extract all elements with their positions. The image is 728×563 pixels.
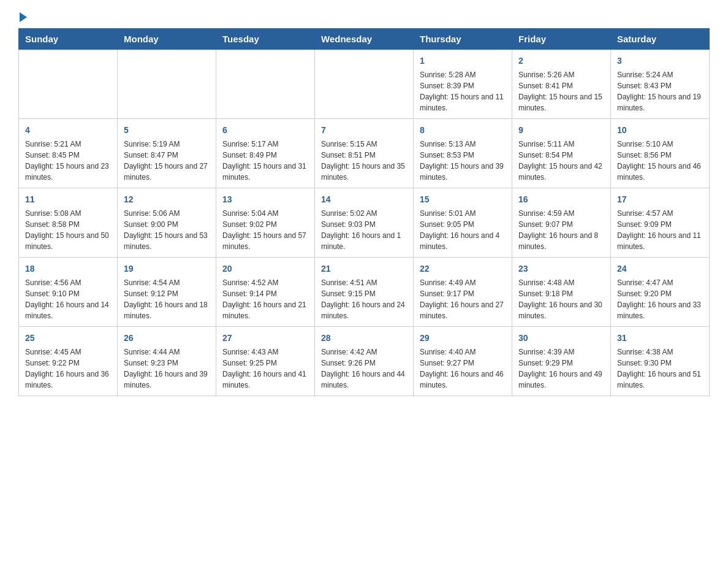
calendar-cell: 19Sunrise: 4:54 AM Sunset: 9:12 PM Dayli… <box>118 258 216 327</box>
day-info: Sunrise: 5:13 AM Sunset: 8:53 PM Dayligh… <box>420 139 506 183</box>
day-info: Sunrise: 5:15 AM Sunset: 8:51 PM Dayligh… <box>321 139 407 183</box>
calendar-cell: 2Sunrise: 5:26 AM Sunset: 8:41 PM Daylig… <box>512 50 611 119</box>
calendar-cell: 1Sunrise: 5:28 AM Sunset: 8:39 PM Daylig… <box>414 50 512 119</box>
day-number: 29 <box>420 332 506 345</box>
day-info: Sunrise: 4:54 AM Sunset: 9:12 PM Dayligh… <box>124 277 210 321</box>
day-info: Sunrise: 5:21 AM Sunset: 8:45 PM Dayligh… <box>25 139 111 183</box>
logo-triangle-icon <box>20 12 27 22</box>
day-number: 9 <box>518 124 604 137</box>
calendar-cell: 15Sunrise: 5:01 AM Sunset: 9:05 PM Dayli… <box>414 188 512 258</box>
day-info: Sunrise: 4:59 AM Sunset: 9:07 PM Dayligh… <box>518 208 604 252</box>
day-number: 21 <box>321 262 407 275</box>
day-info: Sunrise: 5:19 AM Sunset: 8:47 PM Dayligh… <box>124 139 210 183</box>
weekday-header-friday: Friday <box>512 29 611 50</box>
calendar-cell: 29Sunrise: 4:40 AM Sunset: 9:27 PM Dayli… <box>414 327 512 396</box>
day-number: 4 <box>25 124 111 137</box>
day-number: 24 <box>617 262 703 275</box>
day-number: 14 <box>321 193 407 206</box>
calendar-cell: 27Sunrise: 4:43 AM Sunset: 9:25 PM Dayli… <box>216 327 315 396</box>
weekday-header-row: SundayMondayTuesdayWednesdayThursdayFrid… <box>19 29 710 50</box>
day-info: Sunrise: 5:17 AM Sunset: 8:49 PM Dayligh… <box>222 139 308 183</box>
calendar-cell: 9Sunrise: 5:11 AM Sunset: 8:54 PM Daylig… <box>512 119 611 188</box>
day-info: Sunrise: 4:45 AM Sunset: 9:22 PM Dayligh… <box>25 347 111 391</box>
calendar-cell: 20Sunrise: 4:52 AM Sunset: 9:14 PM Dayli… <box>216 258 315 327</box>
calendar-cell: 21Sunrise: 4:51 AM Sunset: 9:15 PM Dayli… <box>315 258 414 327</box>
logo <box>18 12 27 22</box>
calendar-cell: 6Sunrise: 5:17 AM Sunset: 8:49 PM Daylig… <box>216 119 315 188</box>
calendar-cell: 5Sunrise: 5:19 AM Sunset: 8:47 PM Daylig… <box>118 119 216 188</box>
calendar-cell: 30Sunrise: 4:39 AM Sunset: 9:29 PM Dayli… <box>512 327 611 396</box>
page-header <box>18 12 710 22</box>
weekday-header-saturday: Saturday <box>611 29 710 50</box>
day-number: 15 <box>420 193 506 206</box>
calendar-cell: 31Sunrise: 4:38 AM Sunset: 9:30 PM Dayli… <box>611 327 710 396</box>
day-number: 2 <box>518 55 604 67</box>
day-info: Sunrise: 5:10 AM Sunset: 8:56 PM Dayligh… <box>617 139 703 183</box>
day-info: Sunrise: 4:49 AM Sunset: 9:17 PM Dayligh… <box>420 277 506 321</box>
day-number: 26 <box>124 332 210 345</box>
day-number: 12 <box>124 193 210 206</box>
calendar-cell: 4Sunrise: 5:21 AM Sunset: 8:45 PM Daylig… <box>19 119 118 188</box>
day-number: 5 <box>124 124 210 137</box>
day-number: 13 <box>222 193 308 206</box>
day-number: 19 <box>124 262 210 275</box>
calendar-cell: 25Sunrise: 4:45 AM Sunset: 9:22 PM Dayli… <box>19 327 118 396</box>
day-info: Sunrise: 4:44 AM Sunset: 9:23 PM Dayligh… <box>124 347 210 391</box>
day-number: 8 <box>420 124 506 137</box>
day-number: 28 <box>321 332 407 345</box>
day-info: Sunrise: 5:02 AM Sunset: 9:03 PM Dayligh… <box>321 208 407 252</box>
day-number: 11 <box>25 193 111 206</box>
day-info: Sunrise: 4:43 AM Sunset: 9:25 PM Dayligh… <box>222 347 308 391</box>
day-number: 17 <box>617 193 703 206</box>
week-row-5: 25Sunrise: 4:45 AM Sunset: 9:22 PM Dayli… <box>19 327 710 396</box>
day-number: 3 <box>617 55 703 67</box>
day-number: 23 <box>518 262 604 275</box>
day-info: Sunrise: 5:11 AM Sunset: 8:54 PM Dayligh… <box>518 139 604 183</box>
calendar-cell: 7Sunrise: 5:15 AM Sunset: 8:51 PM Daylig… <box>315 119 414 188</box>
day-info: Sunrise: 4:52 AM Sunset: 9:14 PM Dayligh… <box>222 277 308 321</box>
day-info: Sunrise: 5:01 AM Sunset: 9:05 PM Dayligh… <box>420 208 506 252</box>
calendar-cell: 12Sunrise: 5:06 AM Sunset: 9:00 PM Dayli… <box>118 188 216 258</box>
weekday-header-monday: Monday <box>118 29 216 50</box>
day-info: Sunrise: 4:40 AM Sunset: 9:27 PM Dayligh… <box>420 347 506 391</box>
weekday-header-thursday: Thursday <box>414 29 512 50</box>
day-info: Sunrise: 4:38 AM Sunset: 9:30 PM Dayligh… <box>617 347 703 391</box>
day-number: 31 <box>617 332 703 345</box>
calendar-cell: 22Sunrise: 4:49 AM Sunset: 9:17 PM Dayli… <box>414 258 512 327</box>
calendar-cell: 10Sunrise: 5:10 AM Sunset: 8:56 PM Dayli… <box>611 119 710 188</box>
calendar-cell <box>19 50 118 119</box>
week-row-3: 11Sunrise: 5:08 AM Sunset: 8:58 PM Dayli… <box>19 188 710 258</box>
weekday-header-tuesday: Tuesday <box>216 29 315 50</box>
weekday-header-sunday: Sunday <box>19 29 118 50</box>
day-info: Sunrise: 5:06 AM Sunset: 9:00 PM Dayligh… <box>124 208 210 252</box>
calendar-cell: 24Sunrise: 4:47 AM Sunset: 9:20 PM Dayli… <box>611 258 710 327</box>
calendar-cell: 11Sunrise: 5:08 AM Sunset: 8:58 PM Dayli… <box>19 188 118 258</box>
calendar-cell <box>118 50 216 119</box>
calendar-table: SundayMondayTuesdayWednesdayThursdayFrid… <box>18 28 710 396</box>
day-number: 1 <box>420 55 506 67</box>
weekday-header-wednesday: Wednesday <box>315 29 414 50</box>
calendar-cell: 17Sunrise: 4:57 AM Sunset: 9:09 PM Dayli… <box>611 188 710 258</box>
calendar-cell: 28Sunrise: 4:42 AM Sunset: 9:26 PM Dayli… <box>315 327 414 396</box>
day-number: 10 <box>617 124 703 137</box>
calendar-cell: 13Sunrise: 5:04 AM Sunset: 9:02 PM Dayli… <box>216 188 315 258</box>
day-number: 30 <box>518 332 604 345</box>
day-info: Sunrise: 4:51 AM Sunset: 9:15 PM Dayligh… <box>321 277 407 321</box>
day-info: Sunrise: 4:47 AM Sunset: 9:20 PM Dayligh… <box>617 277 703 321</box>
day-info: Sunrise: 5:08 AM Sunset: 8:58 PM Dayligh… <box>25 208 111 252</box>
calendar-cell: 23Sunrise: 4:48 AM Sunset: 9:18 PM Dayli… <box>512 258 611 327</box>
day-info: Sunrise: 5:04 AM Sunset: 9:02 PM Dayligh… <box>222 208 308 252</box>
day-number: 27 <box>222 332 308 345</box>
day-number: 25 <box>25 332 111 345</box>
day-info: Sunrise: 4:42 AM Sunset: 9:26 PM Dayligh… <box>321 347 407 391</box>
day-info: Sunrise: 5:26 AM Sunset: 8:41 PM Dayligh… <box>518 69 604 113</box>
day-number: 16 <box>518 193 604 206</box>
calendar-cell: 3Sunrise: 5:24 AM Sunset: 8:43 PM Daylig… <box>611 50 710 119</box>
day-number: 22 <box>420 262 506 275</box>
day-info: Sunrise: 5:28 AM Sunset: 8:39 PM Dayligh… <box>420 69 506 113</box>
calendar-cell: 26Sunrise: 4:44 AM Sunset: 9:23 PM Dayli… <box>118 327 216 396</box>
calendar-cell: 18Sunrise: 4:56 AM Sunset: 9:10 PM Dayli… <box>19 258 118 327</box>
week-row-1: 1Sunrise: 5:28 AM Sunset: 8:39 PM Daylig… <box>19 50 710 119</box>
day-number: 20 <box>222 262 308 275</box>
calendar-cell: 14Sunrise: 5:02 AM Sunset: 9:03 PM Dayli… <box>315 188 414 258</box>
